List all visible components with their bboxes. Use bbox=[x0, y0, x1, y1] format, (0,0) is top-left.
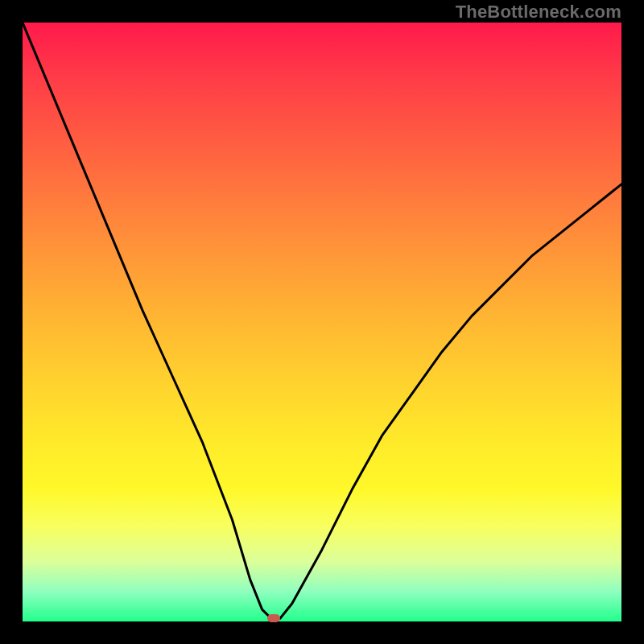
watermark-text: TheBottleneck.com bbox=[456, 2, 621, 23]
bottleneck-curve bbox=[23, 23, 621, 621]
optimum-marker bbox=[267, 614, 280, 622]
plot-area bbox=[23, 23, 621, 621]
chart-frame: TheBottleneck.com bbox=[0, 0, 644, 644]
curve-path bbox=[23, 23, 621, 618]
